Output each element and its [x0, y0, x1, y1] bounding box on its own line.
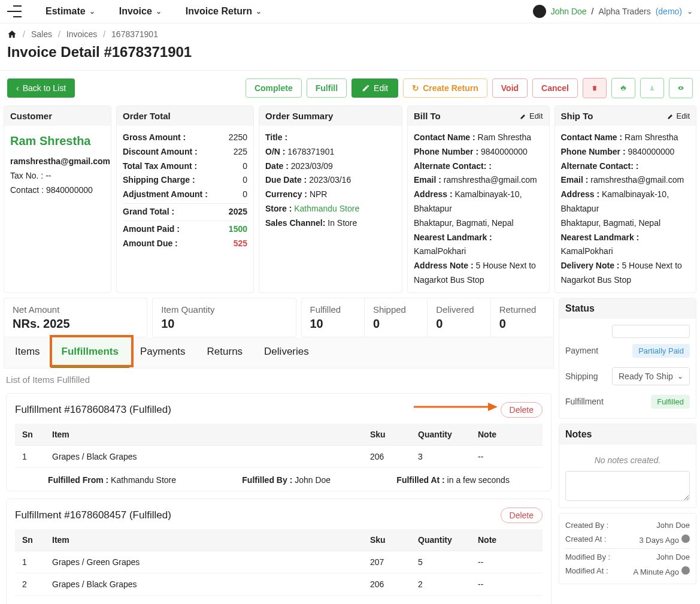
- bill-to-header: Bill To: [414, 111, 441, 121]
- order-total-header: Order Total: [117, 106, 253, 126]
- metric-split: Fulfilled10 Shipped0 Delivered0 Returned…: [301, 298, 554, 337]
- ship-to-header: Ship To: [561, 111, 593, 121]
- tab-deliveries[interactable]: Deliveries: [253, 337, 320, 368]
- pencil-icon: [362, 84, 370, 92]
- order-summary-card: Order Summary Title : O/N : 1678371901 D…: [259, 105, 402, 293]
- breadcrumb-id: 1678371901: [111, 29, 158, 39]
- download-icon: [649, 84, 655, 92]
- nav-estimate[interactable]: Estimate⌄: [46, 6, 95, 17]
- refresh-icon: ↻: [412, 83, 419, 93]
- notes-empty: No notes created.: [565, 449, 690, 471]
- metric-qty: Item Quantity 10: [152, 298, 296, 337]
- chevron-left-icon: ‹: [16, 83, 19, 93]
- invoice-status-select[interactable]: [612, 325, 690, 338]
- meta-card: Created By :John Doe Created At :3 Days …: [559, 513, 696, 584]
- eye-icon: [678, 84, 684, 92]
- tab-payments[interactable]: Payments: [129, 337, 196, 368]
- fulfill-button[interactable]: Fulfill: [307, 78, 347, 98]
- toolbar: ‹ Back to List Complete Fulfill Edit ↻ C…: [0, 70, 700, 105]
- void-button[interactable]: Void: [492, 78, 528, 98]
- demo-badge: (demo): [656, 7, 682, 16]
- tab-fulfillments[interactable]: Fulfillments: [51, 337, 129, 368]
- ship-to-card: Ship To Edit Contact Name : Ram Shrestha…: [554, 105, 697, 293]
- chevron-down-icon: ⌄: [256, 7, 262, 16]
- breadcrumb-sales[interactable]: Sales: [31, 29, 52, 39]
- user-menu[interactable]: John Doe / Alpha Traders (demo) ⌄: [533, 5, 693, 18]
- download-button[interactable]: [640, 78, 664, 98]
- edit-button[interactable]: Edit: [351, 78, 398, 98]
- customer-name[interactable]: Ram Shrestha: [10, 131, 105, 151]
- chevron-down-icon: ⌄: [156, 7, 162, 16]
- pencil-icon: [667, 113, 674, 120]
- fulfillment-delete-button[interactable]: Delete: [501, 402, 543, 418]
- chevron-down-icon: ⌄: [677, 372, 683, 380]
- pencil-icon: [520, 113, 527, 120]
- notes-textarea[interactable]: [565, 471, 690, 501]
- fulfillment-title: Fulfillment #1678608457 (Fulfilled): [15, 509, 171, 521]
- customer-header: Customer: [4, 106, 111, 126]
- nav-invoice-return[interactable]: Invoice Return⌄: [186, 6, 262, 17]
- customer-card: Customer Ram Shrestha ramshrestha@gmail.…: [4, 105, 111, 293]
- delete-icon-button[interactable]: [583, 78, 607, 98]
- payment-badge: Partially Paid: [632, 344, 690, 358]
- metrics-row: Net Amount NRs. 2025 Item Quantity 10 Fu…: [4, 298, 554, 337]
- fulfillment-card: Fulfillment #1678608457 (Fulfilled) Dele…: [6, 499, 551, 604]
- back-button[interactable]: ‹ Back to List: [7, 78, 75, 98]
- table-row: 1 Grapes / Green Grapes 207 5 --: [15, 551, 543, 573]
- tab-items[interactable]: Items: [4, 337, 51, 368]
- nav-invoice[interactable]: Invoice⌄: [119, 6, 162, 17]
- print-button[interactable]: [611, 78, 635, 98]
- complete-button[interactable]: Complete: [246, 78, 302, 98]
- chevron-down-icon: ⌄: [687, 7, 693, 16]
- info-icon[interactable]: [681, 534, 690, 543]
- view-button[interactable]: [669, 78, 693, 98]
- tabs: Items Fulfillments Payments Returns Deli…: [4, 337, 554, 369]
- bill-to-edit[interactable]: Edit: [520, 111, 543, 120]
- fulfillment-table: Sn Item Sku Quantity Note 1 Grapes / Bla…: [15, 424, 543, 468]
- cancel-button[interactable]: Cancel: [532, 78, 578, 98]
- info-icon[interactable]: [681, 566, 690, 575]
- table-row: 1 Grapes / Black Grapes 206 3 --: [15, 445, 543, 467]
- org-name: Alpha Traders: [598, 7, 650, 16]
- order-summary-header: Order Summary: [259, 106, 402, 126]
- metric-net: Net Amount NRs. 2025: [4, 298, 147, 337]
- create-return-button[interactable]: ↻ Create Return: [403, 78, 487, 98]
- bill-to-card: Bill To Edit Contact Name : Ram Shrestha…: [407, 105, 550, 293]
- user-name: John Doe: [551, 7, 587, 16]
- notes-card: Notes No notes created.: [559, 424, 696, 508]
- menu-toggle-icon[interactable]: [7, 5, 22, 17]
- fulfillment-card: Fulfillment #1678608473 (Fulfilled) Dele…: [6, 393, 551, 491]
- page-title: Invoice Detail #1678371901: [0, 41, 700, 70]
- shipping-select[interactable]: Ready To Ship⌄: [612, 367, 690, 385]
- table-row: 2 Grapes / Black Grapes 206 2 --: [15, 573, 543, 595]
- section-subtitle: List of Items Fullfilled: [4, 369, 554, 391]
- breadcrumb-invoices[interactable]: Invoices: [66, 29, 97, 39]
- store-link[interactable]: Kathmandu Store: [294, 204, 359, 213]
- breadcrumb: / Sales / Invoices / 1678371901: [0, 23, 700, 41]
- chevron-down-icon: ⌄: [89, 7, 95, 16]
- status-card: Status PaymentPartially Paid ShippingRea…: [559, 298, 696, 419]
- print-icon: [620, 84, 626, 92]
- top-nav: Estimate⌄ Invoice⌄ Invoice Return⌄ John …: [0, 0, 700, 23]
- trash-icon: [592, 84, 598, 92]
- customer-email: ramshrestha@gmail.com: [10, 155, 105, 169]
- fulfillment-badge: Fulfilled: [651, 395, 690, 409]
- fulfillment-table: Sn Item Sku Quantity Note 1 Grapes / Gre…: [15, 529, 543, 596]
- fulfillment-delete-button[interactable]: Delete: [501, 508, 543, 523]
- tab-returns[interactable]: Returns: [196, 337, 254, 368]
- github-icon: [533, 5, 546, 18]
- ship-to-edit[interactable]: Edit: [667, 111, 690, 120]
- order-total-card: Order Total Gross Amount :2250 Discount …: [116, 105, 254, 293]
- fulfillment-title: Fulfillment #1678608473 (Fulfilled): [15, 404, 171, 416]
- home-icon[interactable]: [7, 29, 17, 39]
